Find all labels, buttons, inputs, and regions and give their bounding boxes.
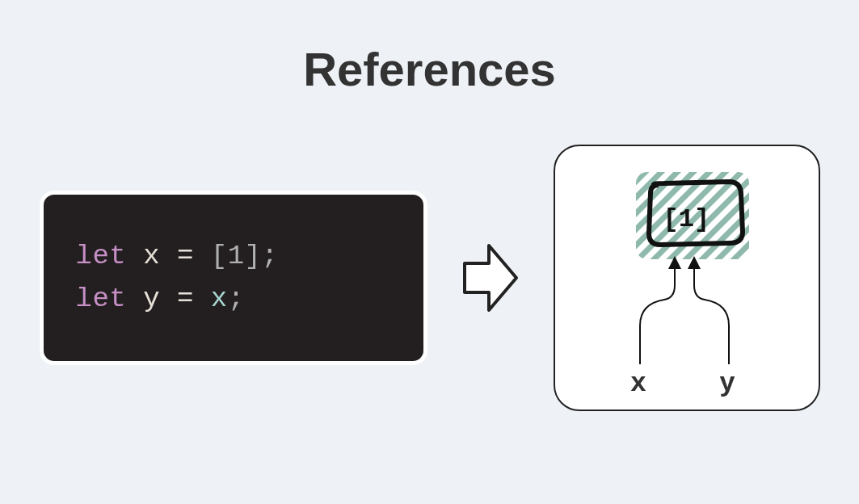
code-line-2: let y = x; [76,278,391,321]
arrow-y-to-box [694,259,729,364]
code-line-1: let x = [1]; [76,235,391,278]
box-value-label: [1] [663,204,710,234]
diagram-var-y: y [720,366,735,397]
code-block: let x = [1]; let y = x; [40,191,427,364]
diagram-var-x: x [631,366,646,397]
arrow-right-icon [458,229,523,326]
reference-diagram: [1] x y [554,145,820,411]
arrow-x-to-box [640,259,675,364]
content-row: let x = [1]; let y = x; [1] [0,145,859,411]
page-title: References [0,0,859,96]
